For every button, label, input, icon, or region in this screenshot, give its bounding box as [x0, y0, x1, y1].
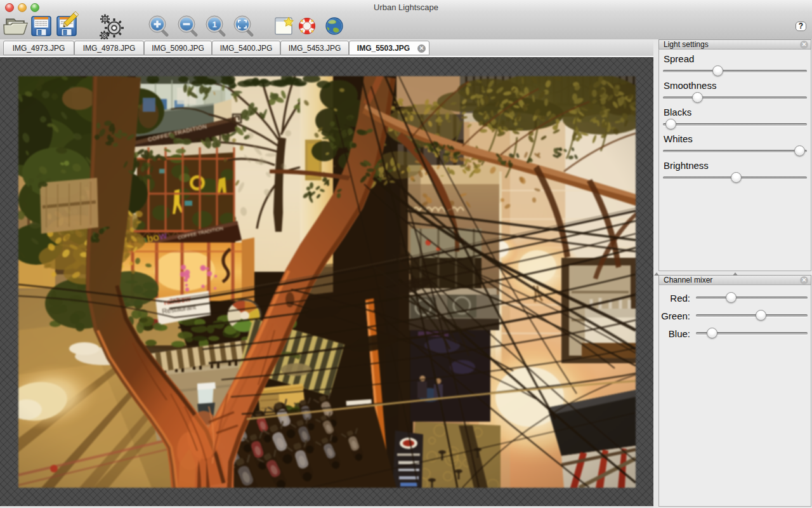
svg-text:1: 1 [212, 20, 216, 29]
